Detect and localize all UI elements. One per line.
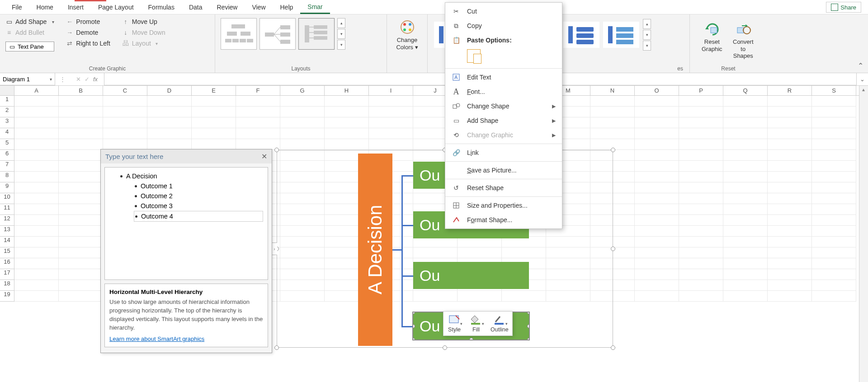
smartart-child-3[interactable]: Ou <box>413 262 529 289</box>
text-pane-button[interactable]: ▭Text Pane <box>5 42 54 51</box>
cell[interactable] <box>812 204 856 215</box>
share-button[interactable]: Share <box>826 2 861 13</box>
row-header[interactable]: 11 <box>0 204 14 215</box>
cell[interactable] <box>192 96 236 107</box>
cell[interactable] <box>768 96 812 107</box>
cell[interactable] <box>812 182 856 193</box>
resize-handle-r[interactable] <box>611 247 615 251</box>
shape-handle[interactable] <box>527 338 529 340</box>
cell[interactable] <box>679 96 723 107</box>
promote-button[interactable]: ←Promote <box>66 18 110 25</box>
styles-scroll-down[interactable]: ▾ <box>643 30 651 40</box>
cell[interactable] <box>679 237 723 247</box>
cell[interactable] <box>679 269 723 280</box>
tab-help[interactable]: Help <box>273 1 301 14</box>
cm-edit-text[interactable]: AEdit Text <box>445 70 562 84</box>
cell[interactable] <box>103 96 147 107</box>
style-thumb-4[interactable] <box>563 22 599 48</box>
cell[interactable] <box>14 247 59 258</box>
cell[interactable] <box>679 215 723 226</box>
column-header[interactable]: S <box>812 86 856 95</box>
resize-handle-bl[interactable] <box>274 345 279 350</box>
cell[interactable] <box>723 107 768 117</box>
cell[interactable] <box>812 226 856 237</box>
row-header[interactable]: 8 <box>0 172 14 182</box>
cell[interactable] <box>679 204 723 215</box>
cell[interactable] <box>768 193 812 204</box>
cell[interactable] <box>812 96 856 107</box>
cell[interactable] <box>280 96 325 107</box>
cell[interactable] <box>812 107 856 117</box>
cell[interactable] <box>59 291 103 302</box>
row-header[interactable]: 18 <box>0 280 14 291</box>
cell[interactable] <box>14 182 59 193</box>
cell[interactable] <box>768 204 812 215</box>
cell[interactable] <box>59 226 103 237</box>
cell[interactable] <box>679 107 723 117</box>
cell[interactable] <box>59 150 103 161</box>
column-header[interactable]: B <box>59 86 103 95</box>
cell[interactable] <box>768 161 812 172</box>
tab-file[interactable]: File <box>5 1 29 14</box>
cell[interactable] <box>635 182 679 193</box>
column-header[interactable]: F <box>236 86 280 95</box>
resize-handle-b[interactable] <box>443 345 447 350</box>
text-pane-item-3[interactable]: Outcome 3 <box>109 201 263 211</box>
cell[interactable] <box>635 96 679 107</box>
cell[interactable] <box>280 139 325 150</box>
cell[interactable] <box>723 161 768 172</box>
cell[interactable] <box>369 96 413 107</box>
cell[interactable] <box>768 280 812 291</box>
row-header[interactable]: 10 <box>0 193 14 204</box>
cell[interactable] <box>768 107 812 117</box>
column-header[interactable]: C <box>103 86 147 95</box>
row-header[interactable]: 2 <box>0 107 14 117</box>
cell[interactable] <box>812 161 856 172</box>
resize-handle-tl[interactable] <box>274 148 279 152</box>
cell[interactable] <box>59 247 103 258</box>
text-pane-learn-more-link[interactable]: Learn more about SmartArt graphics <box>109 335 263 342</box>
cm-font[interactable]: AFont... <box>445 84 562 99</box>
shape-handle[interactable] <box>469 338 473 340</box>
cell[interactable] <box>723 291 768 302</box>
cell[interactable] <box>103 139 147 150</box>
column-header[interactable]: N <box>590 86 635 95</box>
cm-change-shape[interactable]: Change Shape▶ <box>445 99 562 113</box>
row-header[interactable]: 6 <box>0 150 14 161</box>
cm-copy[interactable]: ⧉Copy <box>445 19 562 33</box>
text-pane-item-2[interactable]: Outcome 2 <box>109 191 263 201</box>
tab-data[interactable]: Data <box>182 1 210 14</box>
cell[interactable] <box>192 107 236 117</box>
cell[interactable] <box>723 226 768 237</box>
cell[interactable] <box>14 280 59 291</box>
cell[interactable] <box>236 128 280 139</box>
row-header[interactable]: 16 <box>0 258 14 269</box>
cell[interactable] <box>147 107 192 117</box>
column-header[interactable]: H <box>325 86 369 95</box>
cell[interactable] <box>369 117 413 128</box>
cell[interactable] <box>59 258 103 269</box>
cm-add-shape[interactable]: ▭Add Shape▶ <box>445 113 562 128</box>
demote-button[interactable]: →Demote <box>66 29 110 36</box>
cell[interactable] <box>635 258 679 269</box>
cell[interactable] <box>635 172 679 182</box>
cell[interactable] <box>325 139 369 150</box>
layout-thumb-1[interactable] <box>221 18 257 50</box>
cell[interactable] <box>14 128 59 139</box>
cell[interactable] <box>192 128 236 139</box>
shape-handle[interactable] <box>413 324 415 328</box>
cm-format-shape[interactable]: Format Shape... <box>445 213 562 227</box>
tab-page-layout[interactable]: Page Layout <box>91 1 141 14</box>
cm-size-properties[interactable]: Size and Properties... <box>445 198 562 213</box>
cell[interactable] <box>723 280 768 291</box>
cell[interactable] <box>812 258 856 269</box>
cell[interactable] <box>147 117 192 128</box>
change-colors-button[interactable]: ChangeColors ▾ <box>392 16 422 53</box>
cell[interactable] <box>59 204 103 215</box>
cell[interactable] <box>812 139 856 150</box>
styles-scroll-more[interactable]: ▾ <box>643 41 651 51</box>
mini-style-button[interactable]: ▾ Style <box>447 314 462 333</box>
cell[interactable] <box>236 139 280 150</box>
cell[interactable] <box>14 150 59 161</box>
cell[interactable] <box>14 96 59 107</box>
